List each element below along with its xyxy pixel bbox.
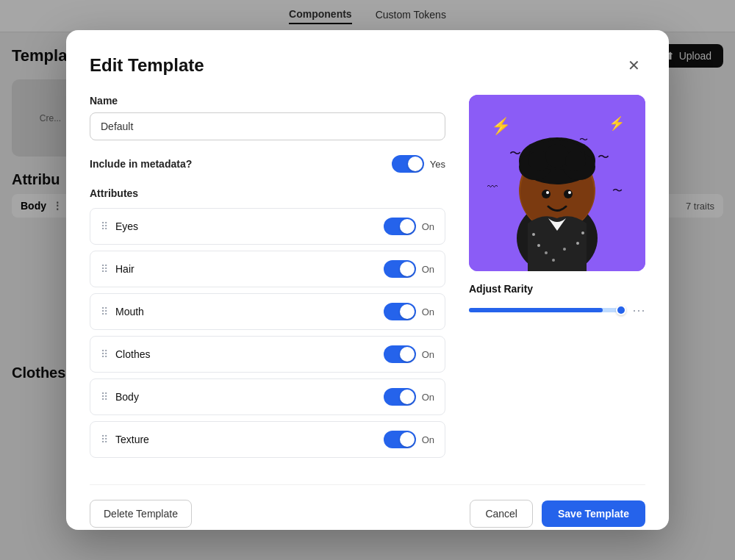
- toggle-clothes[interactable]: [384, 345, 416, 363]
- rarity-slider-row: ⋯: [469, 302, 645, 318]
- attr-right-clothes: On: [384, 345, 434, 363]
- rarity-track[interactable]: [469, 308, 626, 312]
- modal-right: ⚡ ⚡ 〜 〜 〰 〜 〜: [469, 95, 645, 464]
- toggle-eyes[interactable]: [384, 218, 416, 235]
- metadata-row: Include in metadata? Yes: [90, 155, 445, 173]
- on-label-eyes: On: [422, 221, 434, 232]
- svg-point-20: [564, 190, 573, 198]
- attr-left-hair: ⠿ Hair: [101, 263, 135, 275]
- attr-right-texture: On: [384, 431, 434, 448]
- attr-left-texture: ⠿ Texture: [101, 434, 149, 445]
- modal-overlay: Edit Template ✕ Name Include in metadata…: [0, 0, 735, 560]
- svg-point-24: [537, 244, 540, 247]
- rarity-fill: [469, 308, 603, 312]
- svg-text:⚡: ⚡: [491, 116, 512, 136]
- rarity-more-icon[interactable]: ⋯: [632, 302, 645, 318]
- attr-right-body: On: [384, 388, 434, 406]
- svg-point-25: [581, 231, 584, 234]
- svg-point-18: [565, 151, 586, 171]
- metadata-toggle-wrap: Yes: [392, 155, 445, 173]
- toggle-mouth[interactable]: [384, 303, 416, 320]
- attr-label-mouth: Mouth: [115, 306, 144, 317]
- save-template-button[interactable]: Save Template: [542, 500, 645, 527]
- name-input[interactable]: [90, 112, 445, 140]
- drag-icon-mouth[interactable]: ⠿: [101, 306, 108, 317]
- delete-template-button[interactable]: Delete Template: [90, 500, 192, 528]
- svg-point-17: [545, 144, 569, 168]
- svg-point-21: [546, 191, 549, 194]
- drag-icon-eyes[interactable]: ⠿: [101, 220, 108, 232]
- attr-row-mouth: ⠿ Mouth On: [90, 293, 445, 330]
- on-label-hair: On: [422, 264, 434, 275]
- attr-right-eyes: On: [384, 218, 434, 235]
- attributes-label: Attributes: [90, 187, 445, 199]
- attr-left-mouth: ⠿ Mouth: [101, 306, 144, 317]
- name-field-label: Name: [90, 95, 445, 107]
- svg-point-23: [532, 233, 535, 236]
- metadata-toggle-label: Yes: [430, 159, 445, 170]
- svg-point-29: [552, 259, 555, 262]
- drag-icon-texture[interactable]: ⠿: [101, 434, 108, 445]
- close-icon: ✕: [628, 57, 640, 74]
- svg-text:〜: 〜: [612, 184, 623, 196]
- footer-right: Cancel Save Template: [470, 500, 645, 528]
- attr-label-texture: Texture: [115, 434, 149, 445]
- on-label-texture: On: [422, 434, 434, 445]
- svg-point-28: [563, 248, 566, 251]
- attr-label-clothes: Clothes: [115, 348, 150, 360]
- svg-point-19: [542, 190, 551, 198]
- metadata-label: Include in metadata?: [90, 158, 192, 170]
- attr-row-eyes: ⠿ Eyes On: [90, 208, 445, 245]
- attr-label-hair: Hair: [115, 263, 135, 275]
- attr-row-clothes: ⠿ Clothes On: [90, 336, 445, 373]
- metadata-toggle[interactable]: [392, 155, 424, 173]
- toggle-body[interactable]: [384, 388, 416, 406]
- attr-left-clothes: ⠿ Clothes: [101, 348, 150, 360]
- modal-body: Name Include in metadata? Yes Attributes…: [90, 95, 645, 464]
- attr-right-mouth: On: [384, 303, 434, 320]
- attr-left-body: ⠿ Body: [101, 391, 139, 403]
- modal-footer: Delete Template Cancel Save Template: [90, 484, 645, 528]
- drag-icon-hair[interactable]: ⠿: [101, 263, 108, 275]
- attr-label-eyes: Eyes: [115, 220, 138, 232]
- svg-text:〜: 〜: [598, 151, 609, 163]
- modal-header: Edit Template ✕: [90, 54, 645, 77]
- modal-left: Name Include in metadata? Yes Attributes…: [90, 95, 445, 464]
- toggle-hair[interactable]: [384, 260, 416, 278]
- svg-point-27: [545, 251, 548, 254]
- toggle-texture[interactable]: [384, 431, 416, 448]
- cancel-button[interactable]: Cancel: [470, 500, 533, 528]
- attr-row-hair: ⠿ Hair On: [90, 251, 445, 287]
- adjust-rarity-label: Adjust Rarity: [469, 283, 645, 295]
- attr-label-body: Body: [115, 391, 139, 403]
- attr-row-texture: ⠿ Texture On: [90, 421, 445, 458]
- character-svg: ⚡ ⚡ 〜 〜 〰 〜 〜: [469, 95, 645, 271]
- close-button[interactable]: ✕: [622, 54, 645, 77]
- svg-text:〰: 〰: [487, 181, 498, 193]
- attr-row-body: ⠿ Body On: [90, 378, 445, 415]
- rarity-thumb[interactable]: [616, 305, 626, 315]
- modal-title: Edit Template: [90, 55, 204, 76]
- on-label-mouth: On: [422, 306, 434, 317]
- svg-text:⚡: ⚡: [609, 115, 625, 132]
- drag-icon-clothes[interactable]: ⠿: [101, 348, 108, 360]
- svg-point-26: [576, 242, 579, 245]
- on-label-clothes: On: [422, 349, 434, 360]
- on-label-body: On: [422, 392, 434, 403]
- attr-left-eyes: ⠿ Eyes: [101, 220, 138, 232]
- character-preview: ⚡ ⚡ 〜 〜 〰 〜 〜: [469, 95, 645, 271]
- svg-point-22: [568, 191, 571, 194]
- attr-right-hair: On: [384, 260, 434, 278]
- edit-template-modal: Edit Template ✕ Name Include in metadata…: [66, 30, 669, 530]
- drag-icon-body[interactable]: ⠿: [101, 391, 108, 403]
